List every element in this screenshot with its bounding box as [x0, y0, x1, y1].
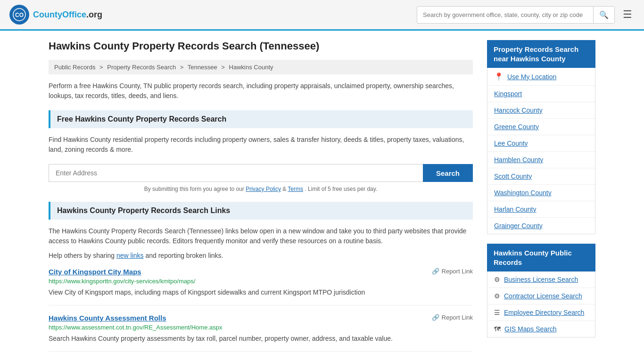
map-icon: 🗺	[494, 325, 501, 333]
nearby-harlan-county[interactable]: Harlan County	[487, 201, 595, 218]
link-card-0-desc: View City of Kingsport maps, including m…	[49, 288, 473, 297]
employee-directory-link[interactable]: Employee Directory Search	[504, 309, 584, 316]
page-description: Perform a free Hawkins County, TN public…	[49, 81, 473, 101]
global-search-bar: 🔍	[417, 6, 615, 24]
page-container: Hawkins County Property Records Search (…	[39, 31, 605, 362]
nearby-washington-county[interactable]: Washington County	[487, 185, 595, 201]
report-icon-1: 🔗	[432, 314, 439, 321]
nearby-lee-county[interactable]: Lee County	[487, 135, 595, 152]
form-disclaimer: By submitting this form you agree to our…	[49, 186, 473, 192]
address-search-button[interactable]: Search	[423, 164, 473, 182]
public-records-list: ⚙ Business License Search ⚙ Contractor L…	[487, 272, 595, 337]
global-search-input[interactable]	[417, 8, 593, 22]
business-license-link[interactable]: Business License Search	[504, 276, 578, 283]
public-records-section-title: Hawkins County Public Records	[487, 244, 595, 272]
report-link-1[interactable]: 🔗 Report Link	[432, 314, 473, 321]
menu-button[interactable]: ☰	[620, 6, 635, 23]
link-card-0-url[interactable]: https://www.kingsporttn.gov/city-service…	[49, 278, 473, 285]
site-header: CO CountyOffice.org 🔍 ☰	[0, 0, 644, 31]
business-license-search-item[interactable]: ⚙ Business License Search	[487, 272, 595, 288]
link-card-0: City of Kingsport City Maps 🔗 Report Lin…	[49, 268, 473, 305]
logo-area: CO CountyOffice.org	[9, 5, 102, 25]
terms-link[interactable]: Terms	[288, 186, 303, 192]
free-search-heading: Free Hawkins County Property Records Sea…	[49, 110, 473, 128]
new-links-link[interactable]: new links	[116, 252, 144, 259]
gis-maps-link[interactable]: GIS Maps Search	[504, 325, 557, 333]
report-link-0[interactable]: 🔗 Report Link	[432, 268, 473, 275]
nearby-scott-county[interactable]: Scott County	[487, 168, 595, 185]
breadcrumb: Public Records > Property Records Search…	[49, 60, 473, 74]
address-input[interactable]	[49, 164, 423, 182]
links-description: The Hawkins County Property Records Sear…	[49, 226, 473, 246]
use-my-location-item[interactable]: 📍 Use My Location	[487, 68, 595, 86]
employee-directory-search-item[interactable]: ☰ Employee Directory Search	[487, 304, 595, 321]
help-text: Help others by sharing new links and rep…	[49, 252, 473, 259]
free-search-description: Find Hawkins County residential property…	[49, 135, 473, 155]
contractor-license-link[interactable]: Contractor License Search	[504, 292, 582, 300]
use-my-location-link[interactable]: Use My Location	[507, 73, 556, 81]
svg-text:CO: CO	[15, 12, 24, 18]
link-card-1-title[interactable]: Hawkins County Assessment Rolls	[49, 314, 166, 322]
nearby-grainger-county[interactable]: Grainger County	[487, 218, 595, 234]
report-icon-0: 🔗	[432, 268, 439, 275]
main-content: Hawkins County Property Records Search (…	[49, 40, 473, 360]
location-icon: 📍	[494, 72, 504, 81]
nearby-kingsport[interactable]: Kingsport	[487, 86, 595, 102]
header-right: 🔍 ☰	[417, 6, 635, 24]
link-card-1-desc: Search Hawkins County property assessmen…	[49, 334, 473, 344]
gear-icon-0: ⚙	[494, 276, 500, 283]
nearby-list: 📍 Use My Location Kingsport Hancock Coun…	[487, 68, 595, 234]
breadcrumb-tennessee[interactable]: Tennessee	[188, 64, 217, 71]
breadcrumb-public-records[interactable]: Public Records	[54, 64, 95, 71]
search-icon: 🔍	[599, 11, 609, 19]
link-card-0-title[interactable]: City of Kingsport City Maps	[49, 268, 141, 276]
gis-maps-search-item[interactable]: 🗺 GIS Maps Search	[487, 321, 595, 337]
link-card-1-url[interactable]: https://www.assessment.cot.tn.gov/RE_Ass…	[49, 324, 473, 331]
gear-icon-1: ⚙	[494, 292, 500, 300]
list-icon: ☰	[494, 309, 500, 316]
nearby-hancock-county[interactable]: Hancock County	[487, 102, 595, 119]
breadcrumb-hawkins-county[interactable]: Hawkins County	[229, 64, 273, 71]
logo-text: CountyOffice.org	[33, 10, 102, 20]
nearby-section-title: Property Records Search near Hawkins Cou…	[487, 40, 595, 68]
nearby-greene-county[interactable]: Greene County	[487, 119, 595, 135]
breadcrumb-property-records[interactable]: Property Records Search	[107, 64, 176, 71]
sidebar: Property Records Search near Hawkins Cou…	[487, 40, 595, 360]
page-title: Hawkins County Property Records Search (…	[49, 40, 473, 52]
logo-icon: CO	[9, 5, 29, 25]
global-search-button[interactable]: 🔍	[593, 7, 614, 23]
links-section-heading: Hawkins County Property Records Search L…	[49, 202, 473, 220]
link-card-1: Hawkins County Assessment Rolls 🔗 Report…	[49, 314, 473, 352]
privacy-policy-link[interactable]: Privacy Policy	[246, 186, 281, 192]
nearby-hamblen-county[interactable]: Hamblen County	[487, 152, 595, 168]
contractor-license-search-item[interactable]: ⚙ Contractor License Search	[487, 288, 595, 304]
address-form: Search	[49, 164, 473, 182]
